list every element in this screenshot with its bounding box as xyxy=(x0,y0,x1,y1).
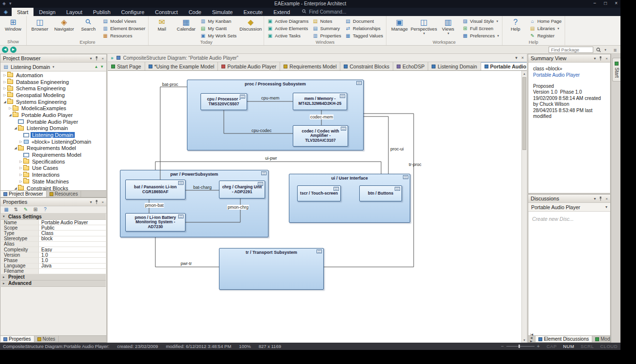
doc-tab-using-the-example-model[interactable]: *Using the Example Model xyxy=(145,62,218,70)
doc-tab-constraint-blocks[interactable]: Constraint Blocks xyxy=(340,62,393,70)
element-browser-button[interactable]: ▥Element Browser xyxy=(101,25,147,32)
doc-tab-listening-domain[interactable]: Listening Domain xyxy=(428,62,481,70)
menu-tab-start[interactable]: Start xyxy=(12,8,33,16)
navigate-forward-button[interactable]: ▶ xyxy=(10,47,17,53)
close-panel-icon[interactable]: × xyxy=(605,56,608,61)
disc-tab-model-chat[interactable]: Model Chat xyxy=(592,336,611,342)
discussion-body[interactable]: Create new Disc... xyxy=(529,212,610,335)
pin-icon[interactable] xyxy=(599,197,603,201)
doc-tab-portable-audio-player[interactable]: Portable Audio Player× xyxy=(481,62,527,70)
panel-menu-icon[interactable]: ▾ xyxy=(90,200,92,204)
pb-tab-project-browser[interactable]: Project Browser xyxy=(0,191,47,197)
active-diagrams-button[interactable]: ▣Active Diagrams xyxy=(266,17,310,25)
tree-twisty-icon[interactable]: ▷ xyxy=(2,86,7,90)
panel-menu-icon[interactable]: ▾ xyxy=(594,197,596,201)
active-tasks-button[interactable]: ▣Active Tasks xyxy=(266,32,310,39)
tree-item-portable-audio-player[interactable]: ◢Portable Audio Player xyxy=(1,112,106,118)
dock-chevrons-icon[interactable]: » xyxy=(111,55,114,61)
menu-tab-construct[interactable]: Construct xyxy=(150,8,183,16)
caption-menu-icon[interactable]: ▾ xyxy=(515,55,518,60)
prop-value-scope[interactable]: Public xyxy=(39,225,106,230)
panel-menu-icon[interactable]: ▾ xyxy=(594,56,596,61)
menu-tab-extend[interactable]: Extend xyxy=(268,8,295,16)
register-button[interactable]: ✎Register xyxy=(528,32,563,39)
tree-item-constraint-blocks[interactable]: ◢Constraint Blocks xyxy=(1,185,106,190)
summary-button[interactable]: ▤Summary xyxy=(311,25,342,32)
navigator-button[interactable]: ◈Navigator xyxy=(52,17,76,32)
tagged-values-button[interactable]: ▦Tagged Values xyxy=(344,32,385,39)
block-btn[interactable]: btn / Buttons xyxy=(359,185,402,201)
prop-value-alias[interactable] xyxy=(39,242,106,247)
hamburger-menu-icon[interactable]: ≡ xyxy=(612,47,619,53)
tree-item-requirements-model[interactable]: ◢Requirements Model xyxy=(1,145,106,152)
canvas-vertical-scrollbar[interactable]: ▲ ▼ xyxy=(521,71,527,343)
close-panel-icon[interactable]: × xyxy=(101,56,104,61)
mail-button[interactable]: ✉Mail xyxy=(150,17,173,32)
tree-twisty-icon[interactable]: ▷ xyxy=(2,73,7,77)
menu-tab-design[interactable]: Design xyxy=(33,8,61,16)
preferences-button[interactable]: ▩Preferences▾ xyxy=(461,32,501,39)
document-button[interactable]: ▤Document xyxy=(344,17,385,25)
resources-button[interactable]: ▦Resources xyxy=(101,32,147,39)
home-page-button[interactable]: ⌂Home Page xyxy=(528,17,563,25)
menu-tab-publish[interactable]: Publish xyxy=(88,8,116,16)
tree-item-listening-domain[interactable]: ◢Listening Domain xyxy=(1,125,106,132)
maximize-button[interactable]: □ xyxy=(604,0,607,6)
perspectives-button[interactable]: ◫Perspectives▾ xyxy=(412,17,435,35)
close-panel-icon[interactable]: × xyxy=(101,200,104,204)
props-tab-notes[interactable]: Notes xyxy=(34,336,59,342)
doc-tab-start-page[interactable]: Start Page xyxy=(108,62,145,70)
tree-item-listening-domain[interactable]: Listening Domain xyxy=(1,132,106,138)
tree-item-geospatial-modeling[interactable]: ▷Geospatial Modeling xyxy=(1,92,106,99)
tree-twisty-icon[interactable]: ▷ xyxy=(18,160,23,164)
tree-item-modelicaexamples[interactable]: ▷ModelicaExamples xyxy=(1,105,106,112)
prop-value-phase[interactable]: 1.0 xyxy=(39,258,106,263)
notes-button[interactable]: ▤Notes xyxy=(311,17,342,25)
active-elements-button[interactable]: ▣Active Elements xyxy=(266,25,310,32)
close-panel-icon[interactable]: × xyxy=(605,197,608,201)
menu-tab-code[interactable]: Code xyxy=(183,8,206,16)
tree-item-portable-audio-player[interactable]: Portable Audio Player xyxy=(1,118,106,125)
docked-tab-start[interactable]: Start xyxy=(612,58,620,82)
visual-style-button[interactable]: ▨Visual Style▾ xyxy=(461,17,501,25)
tree-item-automation[interactable]: ▷Automation xyxy=(1,72,106,79)
find-package-input[interactable] xyxy=(549,47,593,53)
find-command-box[interactable]: Find Command... xyxy=(302,8,346,16)
context-package-label[interactable]: Listening Domain xyxy=(11,64,50,70)
prop-value-name[interactable]: Portable Audio Player xyxy=(39,220,106,225)
tree-twisty-icon[interactable]: ◢ xyxy=(2,100,7,104)
my-kanban-button[interactable]: ▥My Kanban xyxy=(199,17,238,25)
menu-tab-configure[interactable]: Configure xyxy=(116,8,150,16)
window-button[interactable]: ⊞Window xyxy=(1,17,25,32)
zoom-slider-thumb[interactable] xyxy=(519,345,520,348)
tree-twisty-icon[interactable]: ▷ xyxy=(2,80,7,84)
tree-item-interactions[interactable]: ▷Interactions xyxy=(1,171,106,178)
new-discussion-placeholder[interactable]: Create new Disc... xyxy=(529,212,610,226)
pb-tab-resources[interactable]: Resources xyxy=(47,191,82,197)
zoom-slider[interactable]: − + xyxy=(501,344,540,349)
tab-pager[interactable]: |◀ ◀ ▶ ▶| xyxy=(528,336,536,342)
block-chrg[interactable]: chrg / Charging Unit - ADP2291 xyxy=(219,181,265,199)
views-button[interactable]: ▥Views▾ xyxy=(436,17,460,35)
props-tab-properties[interactable]: Properties xyxy=(0,336,34,342)
block-tr[interactable]: tr / Transport Subsystem xyxy=(219,248,324,290)
tree-item-specifications[interactable]: ▷Specifications xyxy=(1,158,106,165)
tree-twisty-icon[interactable]: ◢ xyxy=(13,186,18,190)
manage-button[interactable]: ▣Manage xyxy=(388,17,411,32)
tree-item-schema-engineering[interactable]: ▷Schema Engineering xyxy=(1,85,106,92)
zoom-out-icon[interactable]: − xyxy=(501,344,504,349)
tree-item-block-listeningdomain[interactable]: ▷«block» ListeningDomain xyxy=(1,138,106,145)
locate-up-icon[interactable]: ▲ xyxy=(94,65,98,69)
tree-twisty-icon[interactable]: ▷ xyxy=(18,173,23,177)
element-link[interactable]: Portable Audio Player xyxy=(533,72,605,78)
zoom-in-icon[interactable]: + xyxy=(537,344,540,349)
panel-menu-icon[interactable]: ▾ xyxy=(90,56,92,61)
discussion-context-selector[interactable]: Portable Audio Player ▾ xyxy=(528,203,610,212)
properties-button[interactable]: ▥Properties xyxy=(311,32,342,39)
help-button[interactable]: ?Help xyxy=(504,17,527,32)
prop-value-language[interactable]: Java xyxy=(39,264,106,268)
model-views-button[interactable]: ▤Model Views xyxy=(101,17,147,25)
package-dropdown-icon[interactable]: ▾ xyxy=(602,47,609,53)
my-work-sets-button[interactable]: ▣My Work Sets xyxy=(199,32,238,39)
doc-tab-echodsp[interactable]: EchoDSP xyxy=(393,62,429,70)
